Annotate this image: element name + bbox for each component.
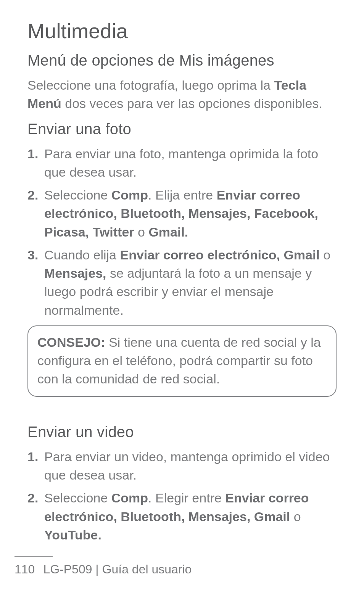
page-footer: 110LG-P509 | Guía del usuario	[0, 556, 364, 576]
step-text: Para enviar una foto, mantenga oprimida …	[44, 146, 318, 179]
page-number: 110	[14, 562, 35, 576]
text-run: Cuando elija	[44, 248, 120, 262]
enviar-foto-steps: 1. Para enviar una foto, mantenga oprimi…	[27, 145, 337, 319]
section-1-paragraph: Seleccione una fotografía, luego oprima …	[27, 76, 337, 113]
bold-mensajes: Mensajes,	[44, 266, 106, 280]
step-number: 3.	[27, 246, 38, 264]
page-title: Multimedia	[27, 19, 337, 43]
step-number: 1.	[27, 145, 38, 163]
footer-rule	[14, 556, 53, 557]
step-text: Para enviar un video, mantenga oprimido …	[44, 449, 330, 482]
text-run: o	[320, 248, 330, 262]
step-number: 2.	[27, 489, 38, 507]
bold-comp: Comp	[111, 188, 148, 202]
text-run: . Elija entre	[148, 188, 217, 202]
text-run: o	[134, 225, 149, 239]
section-heading-enviar-foto: Enviar una foto	[27, 121, 337, 138]
section-heading-menu-opciones: Menú de opciones de Mis imágenes	[27, 52, 337, 69]
document-id: LG-P509 | Guía del usuario	[43, 562, 192, 576]
bold-comp: Comp	[111, 491, 148, 505]
section-heading-enviar-video: Enviar un video	[27, 423, 337, 441]
bold-gmail: Gmail.	[148, 225, 188, 239]
tip-box: CONSEJO: Si tiene una cuenta de red soci…	[27, 325, 337, 397]
list-item: 2. Seleccione Comp. Elija entre Enviar c…	[27, 186, 337, 241]
text-run: Seleccione	[44, 188, 111, 202]
text-run: . Elegir entre	[148, 491, 225, 505]
list-item: 3. Cuando elija Enviar correo electrónic…	[27, 246, 337, 319]
document-page: Multimedia Menú de opciones de Mis imáge…	[0, 0, 364, 594]
text-run: Seleccione	[44, 491, 111, 505]
bold-youtube: YouTube.	[44, 528, 101, 542]
enviar-video-steps: 1. Para enviar un video, mantenga oprimi…	[27, 448, 337, 544]
text-run: dos veces para ver las opciones disponib…	[61, 96, 322, 111]
text-run: Seleccione una fotografía, luego oprima …	[27, 78, 274, 92]
text-run: o	[294, 509, 301, 524]
tip-label: CONSEJO:	[37, 335, 105, 349]
list-item: 1. Para enviar un video, mantenga oprimi…	[27, 448, 337, 485]
list-item: 1. Para enviar una foto, mantenga oprimi…	[27, 145, 337, 182]
step-number: 1.	[27, 448, 38, 466]
footer-text: 110LG-P509 | Guía del usuario	[14, 562, 364, 576]
bold-enviar-correo-gmail: Enviar correo electrónico, Gmail	[120, 248, 319, 262]
step-number: 2.	[27, 186, 38, 204]
list-item: 2. Seleccione Comp. Elegir entre Enviar …	[27, 489, 337, 544]
